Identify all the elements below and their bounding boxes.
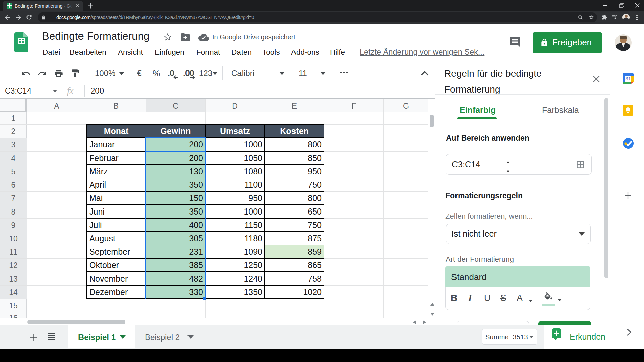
- svg-text:31: 31: [625, 76, 631, 81]
